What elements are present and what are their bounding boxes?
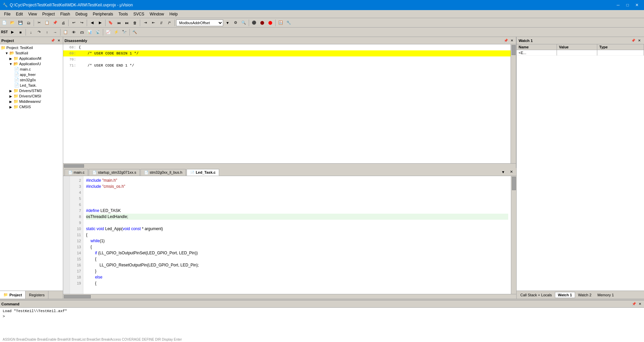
disasm-pin-button[interactable]: 📌 <box>503 38 509 43</box>
stop-button[interactable]: ⬤ <box>267 19 274 27</box>
disasm-hscroll-thumb[interactable] <box>64 164 84 168</box>
watch-row-0[interactable]: <E... <box>517 50 644 56</box>
step-out-button[interactable]: ↑ <box>43 29 51 36</box>
tree-node-appfreer[interactable]: 📄 app_freer <box>1 72 62 77</box>
save-button[interactable]: 💾 <box>17 19 24 27</box>
expand-icon-cmsis[interactable]: ▶ <box>9 105 13 109</box>
editor-tab-bus[interactable]: 📄 stm32g0xx_ll_bus.h <box>140 169 186 176</box>
watch-view-btn[interactable]: 👁 <box>70 29 77 36</box>
watch-tab-callstack[interactable]: Call Stack + Locals <box>517 292 555 298</box>
menu-project[interactable]: Project <box>40 11 57 17</box>
disasm-scrollbar-h[interactable] <box>63 163 516 168</box>
paste-button[interactable]: 📌 <box>51 19 59 27</box>
menu-help[interactable]: Help <box>167 11 180 17</box>
menu-flash[interactable]: Flash <box>57 11 73 17</box>
menu-edit[interactable]: Edit <box>13 11 26 17</box>
project-pin-button[interactable]: 📌 <box>50 38 55 43</box>
tree-node-appU[interactable]: ▼ 📂 Application/U <box>1 61 62 67</box>
code-content[interactable]: #include "main.h" #include "cmsis_os.h" … <box>83 176 511 294</box>
project-close-button[interactable]: ✕ <box>56 38 62 43</box>
tree-node-testkeil[interactable]: ▼ 📂 TestKeil <box>1 50 62 56</box>
new-file-button[interactable]: 📄 <box>1 19 8 27</box>
maximize-button[interactable]: □ <box>623 2 632 8</box>
mem-view-btn[interactable]: 🗃 <box>78 29 85 36</box>
debug-btn1[interactable]: ▶ <box>9 29 16 36</box>
tree-node-stm32g0x[interactable]: 📄 stm32g0x <box>1 77 62 83</box>
tab-registers[interactable]: Registers <box>26 291 48 299</box>
disasm-view-button[interactable]: 📋 <box>62 29 69 36</box>
close-button[interactable]: ✕ <box>633 2 641 8</box>
tree-node-ledtask[interactable]: 📄 Led_Task. <box>1 83 62 88</box>
code-scrollbar-v[interactable] <box>511 176 516 294</box>
tree-node-driverstm3[interactable]: ▶ 📁 Drivers/STM3 <box>1 88 62 93</box>
sys-viewer-btn[interactable]: 🔭 <box>121 29 128 36</box>
code-scrollbar-h[interactable] <box>63 294 516 299</box>
editor-tab-mainc[interactable]: 📄 main.c <box>65 169 88 176</box>
watch-tab-watch1[interactable]: Watch 1 <box>555 292 575 298</box>
window-btn[interactable]: 🪟 <box>277 19 284 27</box>
tab-close-button[interactable]: ✕ <box>508 168 515 176</box>
menu-svcs[interactable]: SVCS <box>131 11 147 17</box>
unindent-button[interactable]: ⇤ <box>150 19 157 27</box>
tree-node-appM[interactable]: ▶ 📁 Application/M <box>1 56 62 61</box>
menu-window[interactable]: Window <box>147 11 167 17</box>
expand-icon-appM[interactable]: ▶ <box>9 56 13 60</box>
run-stop-button[interactable]: ⚫ <box>250 19 258 27</box>
menu-debug[interactable]: Debug <box>73 11 90 17</box>
debug-stop-btn[interactable]: ■ <box>17 29 24 36</box>
run-to-cursor[interactable]: → <box>51 29 59 36</box>
print-button[interactable]: 🖨 <box>59 19 67 27</box>
bookmark-next[interactable]: ⏭ <box>123 19 130 27</box>
indent-button[interactable]: ⇥ <box>142 19 149 27</box>
code-hscroll-thumb[interactable] <box>64 295 91 298</box>
tree-node-project[interactable]: 📁 Project: TestKeil <box>1 45 62 50</box>
step-into-button[interactable]: ↓ <box>27 29 35 36</box>
nav-forward-button[interactable]: ▶ <box>96 19 104 27</box>
menu-peripherals[interactable]: Peripherals <box>90 11 116 17</box>
expand-icon-appU[interactable]: ▼ <box>9 62 13 66</box>
editor-tab-ledtask[interactable]: 📄 Led_Task.c <box>187 169 219 176</box>
perf-btn[interactable]: 📊 <box>86 29 93 36</box>
editor-tab-startup[interactable]: 📄 startup_stm32g071xx.s <box>89 169 140 176</box>
logic-btn[interactable]: ⚡ <box>113 29 120 36</box>
bookmark-button[interactable]: 🔖 <box>107 19 114 27</box>
disasm-scroll-thumb[interactable] <box>512 45 516 55</box>
command-close-button[interactable]: ✕ <box>637 301 643 307</box>
analysis-btn[interactable]: 📈 <box>105 29 112 36</box>
disasm-scrollbar-v[interactable] <box>511 44 516 163</box>
menu-tools[interactable]: Tools <box>116 11 131 17</box>
minimize-button[interactable]: ─ <box>614 2 622 8</box>
cut-button[interactable]: ✂ <box>35 19 43 27</box>
watch-tab-watch2[interactable]: Watch 2 <box>575 292 595 298</box>
expand-icon-drivercmsi[interactable]: ▶ <box>9 94 13 98</box>
expand-icon-driverstm3[interactable]: ▶ <box>9 89 13 93</box>
watch-close-button[interactable]: ✕ <box>637 38 642 43</box>
disasm-close-button[interactable]: ✕ <box>509 38 515 43</box>
copy-button[interactable]: 📋 <box>43 19 51 27</box>
run-button[interactable]: ⬤ <box>258 19 266 27</box>
uncomment-button[interactable]: /* <box>166 19 173 27</box>
tree-node-cmsis[interactable]: ▶ 📁 CMSIS <box>1 104 62 110</box>
redo-button[interactable]: ↪ <box>78 19 85 27</box>
bookmark-clear[interactable]: 🗑 <box>131 19 138 27</box>
watch-pin-button[interactable]: 📌 <box>631 38 636 43</box>
command-input[interactable] <box>5 314 641 318</box>
tree-node-drivercmsi[interactable]: ▶ 📁 Drivers/CMSI <box>1 93 62 99</box>
step-over-button[interactable]: ↷ <box>35 29 43 36</box>
open-button[interactable]: 📂 <box>9 19 16 27</box>
expand-icon-middlewares[interactable]: ▶ <box>9 99 13 103</box>
tool-btn[interactable]: 🔨 <box>131 29 138 36</box>
serial-btn[interactable]: 📡 <box>94 29 102 36</box>
tab-list-button[interactable]: ▼ <box>499 168 507 176</box>
watch-tab-memory1[interactable]: Memory 1 <box>595 292 617 298</box>
tab-project[interactable]: 📁 Project <box>0 291 26 299</box>
command-pin-button[interactable]: 📌 <box>631 301 637 307</box>
code-scroll-thumb[interactable] <box>512 177 516 190</box>
save-all-button[interactable]: 🗂 <box>25 19 32 27</box>
command-prompt[interactable]: > <box>3 313 641 320</box>
settings-btn[interactable]: 🔧 <box>285 19 292 27</box>
expand-icon-testkeil[interactable]: ▼ <box>5 51 9 55</box>
reset-button[interactable]: RST <box>1 29 8 36</box>
search-button[interactable]: 🔍 <box>240 19 247 27</box>
menu-view[interactable]: View <box>26 11 40 17</box>
